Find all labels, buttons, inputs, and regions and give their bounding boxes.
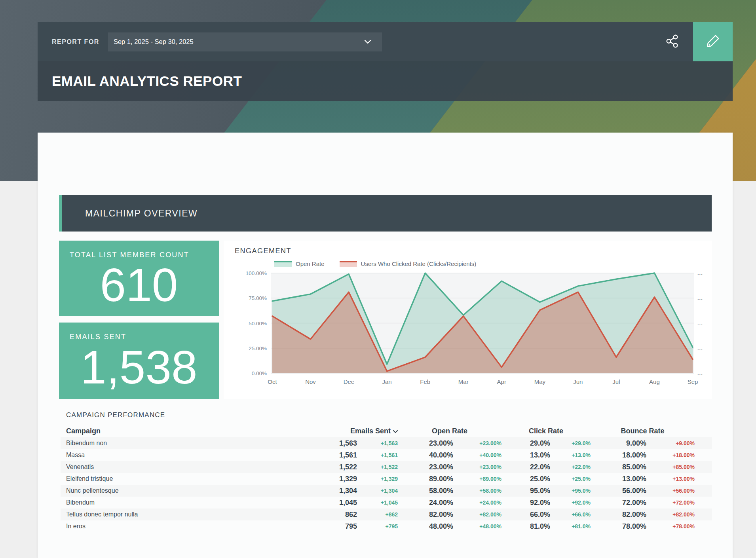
click-rate-value: 95.0%: [501, 487, 550, 495]
sort-chevron-down-icon: [393, 427, 398, 435]
emails-sent-delta: +1,329: [357, 476, 398, 482]
bounce-rate-delta: +18.00%: [646, 452, 695, 458]
chevron-down-icon: [365, 38, 371, 46]
report-card: MAILCHIMP OVERVIEW TOTAL LIST MEMBER COU…: [38, 133, 733, 558]
emails-sent-value: 862: [294, 511, 357, 519]
click-rate-value: 81.0%: [501, 522, 550, 531]
emails-sent-value: 1,329: [294, 475, 357, 483]
open-rate-delta: +40.00%: [453, 452, 501, 458]
emails-sent-value: 1,522: [294, 463, 357, 471]
page-title: EMAIL ANALYTICS REPORT: [52, 73, 242, 89]
column-header-bounce-rate: Bounce Rate: [591, 427, 695, 435]
bounce-rate-value: 18.00%: [591, 451, 646, 459]
column-header-open-rate: Open Rate: [398, 427, 501, 435]
svg-text:Feb: Feb: [420, 378, 430, 385]
open-rate-delta: +58.00%: [453, 488, 501, 494]
bounce-rate-delta: +9.00%: [646, 440, 695, 446]
open-rate-delta: +24.00%: [453, 499, 501, 506]
open-rate-value: 23.00%: [398, 463, 453, 471]
open-rate-delta: +23.00%: [453, 464, 501, 470]
click-rate-delta: +13.0%: [550, 452, 591, 458]
table-row: Massa1,561+1,56140.00%+40.00%13.0%+13.0%…: [61, 449, 712, 461]
column-header-click-rate: Click Rate: [501, 427, 591, 435]
campaign-name: Massa: [66, 452, 294, 459]
column-header-emails-sent[interactable]: Emails Sent: [294, 427, 398, 435]
click-rate-value: 92.0%: [501, 499, 550, 507]
campaign-name: Venenatis: [66, 463, 294, 471]
emails-sent-delta: +1,304: [357, 488, 398, 494]
open-rate-delta: +89.00%: [453, 476, 501, 482]
date-range-dropdown[interactable]: Sep 1, 2025 - Sep 30, 2025: [108, 32, 382, 51]
metric-card-total-list-member-count: TOTAL LIST MEMBER COUNT 610: [59, 241, 219, 316]
emails-sent-delta: +1,563: [357, 440, 398, 446]
click-rate-delta: +66.0%: [550, 511, 591, 518]
table-row: Venenatis1,522+1,52223.00%+23.00%22.0%+2…: [61, 461, 712, 473]
svg-text:Nov: Nov: [305, 378, 316, 385]
column-header-campaign: Campaign: [66, 427, 294, 435]
open-rate-value: 48.00%: [398, 522, 453, 531]
mailchimp-overview-section-header: MAILCHIMP OVERVIEW: [59, 195, 712, 232]
bounce-rate-delta: +56.00%: [646, 488, 695, 494]
metric-label: EMAILS SENT: [59, 323, 219, 341]
emails-sent-value: 795: [294, 522, 357, 531]
table-title: CAMPAIGN PERFORMANCE: [61, 411, 712, 419]
svg-text:May: May: [534, 378, 546, 385]
svg-text:100.00%: 100.00%: [246, 270, 267, 276]
open-rate-value: 23.00%: [398, 439, 453, 448]
svg-text:75.00%: 75.00%: [249, 295, 267, 301]
open-rate-value: 24.00%: [398, 499, 453, 507]
bounce-rate-value: 72.00%: [591, 499, 646, 507]
campaign-name: Bibendum: [66, 499, 294, 506]
report-for-label: REPORT FOR: [52, 38, 99, 46]
click-rate-delta: +92.0%: [550, 499, 591, 506]
pencil-icon: [705, 33, 721, 51]
bounce-rate-delta: +72.00%: [646, 499, 695, 506]
svg-text:Dec: Dec: [344, 378, 354, 385]
bounce-rate-delta: +13.00%: [646, 476, 695, 482]
bounce-rate-value: 13.00%: [591, 475, 646, 483]
open-rate-delta: +48.00%: [453, 523, 501, 530]
click-rate-value: 25.0%: [501, 475, 550, 483]
open-rate-delta: +23.00%: [453, 440, 501, 446]
metric-label: TOTAL LIST MEMBER COUNT: [59, 241, 219, 259]
click-rate-value: 22.0%: [501, 463, 550, 471]
svg-text:Apr: Apr: [497, 378, 506, 385]
svg-text:Oct: Oct: [268, 378, 277, 385]
emails-sent-delta: +795: [357, 523, 398, 530]
report-title-bar: EMAIL ANALYTICS REPORT: [38, 61, 733, 101]
svg-text:50.00%: 50.00%: [249, 321, 267, 326]
bounce-rate-value: 56.00%: [591, 487, 646, 495]
table-row: Bibendum1,045+1,04524.00%+24.00%92.0%+92…: [61, 497, 712, 509]
emails-sent-value: 1,045: [294, 499, 357, 507]
bounce-rate-value: 9.00%: [591, 439, 646, 448]
open-rate-value: 40.00%: [398, 451, 453, 459]
report-header-bar: REPORT FOR Sep 1, 2025 - Sep 30, 2025: [38, 22, 693, 61]
svg-text:Aug: Aug: [649, 378, 660, 385]
emails-sent-delta: +1,522: [357, 464, 398, 470]
emails-sent-delta: +1,045: [357, 499, 398, 506]
svg-text:Jan: Jan: [382, 378, 392, 385]
click-rate-delta: +22.0%: [550, 464, 591, 470]
svg-text:Jul: Jul: [612, 378, 620, 385]
share-button[interactable]: [663, 32, 682, 51]
date-range-value: Sep 1, 2025 - Sep 30, 2025: [114, 38, 194, 46]
click-rate-value: 13.0%: [501, 451, 550, 459]
metric-card-emails-sent: EMAILS SENT 1,538: [59, 323, 219, 399]
click-rate-delta: +95.0%: [550, 488, 591, 494]
engagement-chart-panel: ENGAGEMENT Open RateUsers Who Clicked Ra…: [224, 241, 712, 399]
metric-value: 610: [59, 259, 219, 316]
metric-value: 1,538: [59, 341, 219, 399]
bounce-rate-value: 85.00%: [591, 463, 646, 471]
bounce-rate-delta: +78.00%: [646, 523, 695, 530]
svg-text:Sep: Sep: [688, 378, 698, 385]
share-icon: [665, 34, 680, 50]
emails-sent-value: 1,563: [294, 439, 357, 448]
edit-report-button[interactable]: [693, 22, 733, 61]
svg-text:...: ...: [697, 370, 703, 376]
campaign-name: Nunc pellentesque: [66, 487, 294, 494]
svg-text:Jun: Jun: [573, 378, 583, 385]
bounce-rate-value: 78.00%: [591, 522, 646, 531]
bounce-rate-value: 82.00%: [591, 511, 646, 519]
svg-text:...: ...: [697, 345, 703, 351]
click-rate-delta: +25.0%: [550, 476, 591, 482]
